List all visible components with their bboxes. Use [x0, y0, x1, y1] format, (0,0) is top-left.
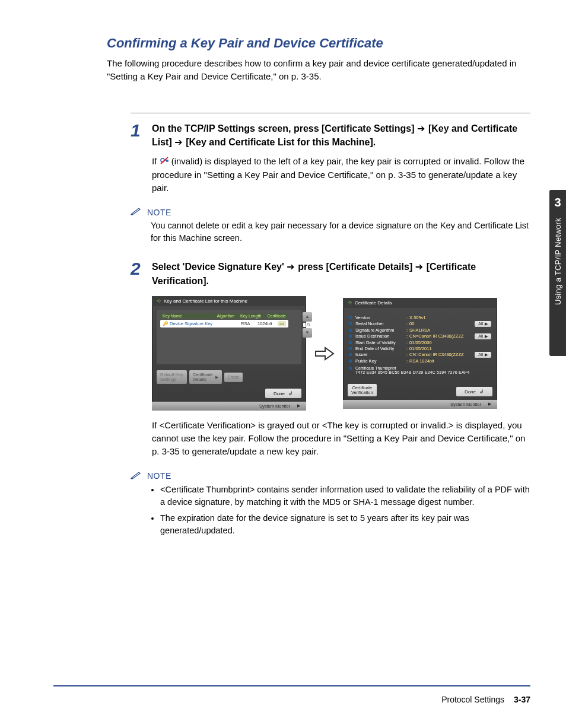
page-footer: Protocol Settings 3-37: [53, 695, 530, 704]
all-button[interactable]: All▶: [475, 333, 491, 339]
flow-arrow-icon: [314, 346, 335, 361]
section-title: Confirming a Key Pair and Device Certifi…: [107, 36, 530, 51]
note-1-text: You cannot delete or edit a key pair nec…: [151, 220, 530, 244]
triangle-right-icon: ▶: [294, 403, 304, 409]
triangle-right-icon: ▶: [485, 401, 495, 408]
step-1-body-a: If: [152, 156, 160, 166]
triangle-right-icon: ▶: [485, 334, 488, 339]
col-key-length: Key Length: [238, 313, 263, 319]
note-icon: [131, 207, 142, 217]
step-number: 1: [131, 122, 144, 139]
done-label: Done: [465, 389, 476, 395]
certificate-details-button[interactable]: Certificate Details▶: [189, 370, 222, 384]
triangle-right-icon: ▶: [215, 375, 218, 379]
arrow-icon: ➔: [415, 261, 427, 272]
row-key-length: 1024bit: [257, 321, 278, 326]
footer-page-number: 3-37: [514, 695, 530, 704]
triangle-right-icon: ▶: [485, 322, 488, 326]
step-1-title-part-a: On the TCP/IP Settings screen, press [Ce…: [152, 123, 417, 133]
col-key-name: Key Name: [160, 313, 213, 319]
note-2-item-2: The expiration date for the device signa…: [160, 512, 530, 537]
done-button[interactable]: Done↲: [265, 389, 301, 398]
page-indicator: 1/1: [303, 323, 311, 327]
detail-row-start-validity: Start Date of Validity:01/05/2006: [349, 340, 491, 345]
key-list-row[interactable]: 🔑Device Signature Key RSA 1024bit ▭: [160, 320, 288, 328]
detail-row-public-key: Public Key:RSA 1024bit: [349, 358, 491, 364]
note-1: NOTE You cannot delete or edit a key pai…: [131, 207, 530, 244]
invalid-key-icon: [160, 155, 169, 169]
screenshots-row: ⟲ Key and Certificate List for this Mach…: [152, 296, 530, 411]
step-2-title-part-a: Select 'Device Signature Key': [152, 262, 287, 272]
detail-row-end-validity: End Date of Validity:01/05/2011: [349, 346, 491, 351]
step-2-title: Select 'Device Signature Key' ➔ press [C…: [152, 260, 530, 287]
erase-button[interactable]: Erase: [224, 373, 243, 382]
certificate-verification-button[interactable]: Certificate Verification: [348, 384, 377, 397]
return-icon: ↲: [479, 389, 484, 395]
note-2-list: <Certificate Thumbprint> contains sender…: [160, 484, 530, 537]
arrow-icon: ➔: [417, 123, 428, 134]
footer-section: Protocol Settings: [441, 695, 504, 704]
step-1-title-part-c: [Key and Certificate List for this Machi…: [186, 137, 376, 147]
note-2-item-1: <Certificate Thumbprint> contains sender…: [160, 484, 530, 508]
certificate-details-label: Certificate Details: [193, 373, 213, 382]
arrow-icon: ➔: [174, 136, 186, 148]
detail-row-serial: Serial Number:00All▶: [349, 321, 491, 327]
screenshot-cert-details: ⟲ Certificate Details Version:X.509v1 Se…: [343, 298, 497, 409]
detail-row-issuer: Issuer:CN=Canon iR C3480(ZZZZAll▶: [349, 352, 491, 358]
step-1: 1 On the TCP/IP Settings screen, press […: [131, 122, 530, 195]
footer-rule: [53, 685, 530, 686]
done-label: Done: [274, 391, 285, 396]
scroll-down-button[interactable]: ▼: [303, 328, 312, 338]
scroll-up-button[interactable]: ▲: [303, 312, 312, 322]
back-icon[interactable]: ⟲: [157, 298, 161, 304]
col-certificate: Certificate: [265, 313, 288, 319]
system-monitor-label: System Monitor: [447, 401, 485, 408]
note-label: NOTE: [147, 471, 171, 481]
column-headers: Key Name Algorithm Key Length Certificat…: [160, 313, 288, 319]
step-2-title-part-b: press [Certificate Details]: [298, 262, 415, 272]
step-number: 2: [131, 260, 144, 278]
screenshot-key-list: ⟲ Key and Certificate List for this Mach…: [152, 296, 306, 411]
step-2-after-text: If <Certificate Verification> is grayed …: [152, 419, 530, 457]
certificate-icon[interactable]: ▭: [278, 321, 286, 326]
screen-title: Key and Certificate List for this Machin…: [164, 298, 247, 304]
step-1-body: If (invalid) is displayed to the left of…: [152, 155, 530, 194]
back-icon[interactable]: ⟲: [348, 300, 352, 306]
step-2: 2 Select 'Device Signature Key' ➔ press …: [131, 260, 530, 457]
default-key-settings-button[interactable]: Default Key Settings: [157, 370, 187, 384]
note-2: NOTE <Certificate Thumbprint> contains s…: [131, 471, 530, 537]
triangle-right-icon: ▶: [485, 352, 488, 357]
all-button[interactable]: All▶: [475, 321, 491, 327]
col-algorithm: Algorithm: [214, 313, 237, 319]
done-button[interactable]: Done↲: [456, 387, 492, 396]
arrow-icon: ➔: [287, 261, 298, 272]
divider: [131, 113, 530, 113]
screen-title: Certificate Details: [355, 300, 392, 306]
system-monitor-bar[interactable]: System Monitor▶: [343, 400, 497, 409]
thumbprint-value: 7472 E834 0545 BC56 B24B D729 E24C 5194 …: [355, 370, 491, 374]
detail-row-thumbprint: Certificate Thumbprint 7472 E834 0545 BC…: [349, 366, 491, 374]
row-key-name: Device Signature Key: [170, 321, 212, 326]
all-button[interactable]: All▶: [475, 352, 491, 358]
note-icon: [131, 471, 142, 481]
key-icon: 🔑: [163, 321, 168, 326]
system-monitor-bar[interactable]: System Monitor▶: [152, 402, 306, 411]
system-monitor-label: System Monitor: [256, 403, 294, 409]
detail-row-version: Version:X.509v1: [349, 315, 491, 320]
return-icon: ↲: [288, 390, 293, 396]
detail-row-issue-dest: Issue Destination:CN=Canon iR C3480(ZZZZ…: [349, 333, 491, 339]
intro-paragraph: The following procedure describes how to…: [107, 57, 530, 83]
detail-row-sig-alg: Signature Algorithm:SHA1RSA: [349, 328, 491, 333]
step-1-body-b: (invalid) is displayed to the left of a …: [152, 156, 524, 193]
thumbprint-label: Certificate Thumbprint: [355, 366, 396, 370]
note-label: NOTE: [147, 208, 171, 217]
step-1-title: On the TCP/IP Settings screen, press [Ce…: [152, 122, 530, 149]
row-algorithm: RSA: [241, 321, 257, 326]
